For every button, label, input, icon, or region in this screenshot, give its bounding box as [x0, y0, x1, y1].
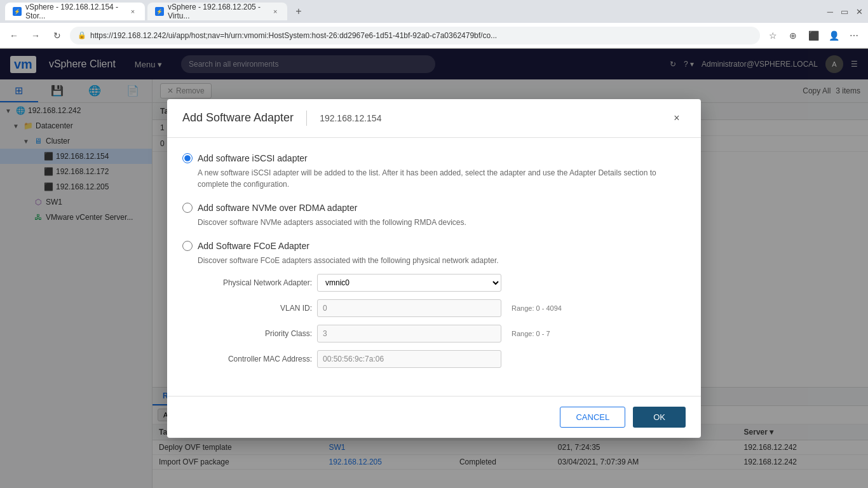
window-controls: ─ ▭ ✕ [827, 7, 863, 17]
mac-input[interactable] [317, 350, 501, 368]
modal-body: Add software iSCSI adapter A new softwar… [167, 138, 701, 396]
menu-button[interactable]: ⋯ [845, 27, 863, 44]
vlan-id-hint: Range: 0 - 4094 [512, 304, 562, 312]
back-button[interactable]: ← [5, 27, 23, 44]
radio-option-nvme: Add software NVMe over RDMA adapter Disc… [182, 203, 686, 228]
history-button[interactable]: ⊕ [784, 27, 802, 44]
modal-host: 192.168.12.154 [320, 113, 381, 123]
mac-row: Controller MAC Address: [198, 350, 686, 368]
vlan-id-row: VLAN ID: Range: 0 - 4094 [198, 299, 686, 317]
modal-divider [306, 111, 307, 126]
ok-button[interactable]: OK [633, 407, 686, 428]
tab-icon-2: ⚡ [155, 7, 164, 16]
tab-close-1[interactable]: × [128, 6, 137, 17]
radio-option-fcoe: Add Software FCoE Adapter Discover softw… [182, 241, 686, 368]
vlan-id-field[interactable] [317, 299, 501, 317]
profile-button[interactable]: 👤 [825, 27, 843, 44]
browser-controls: ← → ↻ 🔒 https://192.168.12.242/ui/app/ho… [0, 23, 868, 48]
mac-field[interactable] [317, 350, 501, 368]
browser-actions: ☆ ⊕ ⬛ 👤 ⋯ [764, 27, 863, 44]
modal-footer: CANCEL OK [167, 396, 701, 438]
extensions-button[interactable]: ⬛ [804, 27, 822, 44]
modal-title: Add Software Adapter [182, 111, 294, 125]
cancel-button[interactable]: CANCEL [560, 407, 625, 428]
add-software-adapter-modal: Add Software Adapter 192.168.12.154 × Ad… [167, 99, 701, 438]
tab-close-2[interactable]: × [271, 6, 280, 17]
radio-option-iscsi: Add software iSCSI adapter A new softwar… [182, 153, 686, 190]
browser-tabs: ⚡ vSphere - 192.168.12.154 - Stor... × ⚡… [0, 0, 868, 23]
priority-input[interactable] [317, 325, 501, 342]
lock-icon: 🔒 [78, 31, 86, 39]
vlan-id-input[interactable] [317, 299, 501, 317]
radio-title-nvme: Add software NVMe over RDMA adapter [198, 203, 357, 213]
radio-nvme[interactable] [182, 203, 193, 213]
priority-label: Priority Class: [198, 329, 312, 338]
radio-desc-iscsi: A new software iSCSI adapter will be add… [198, 167, 686, 190]
address-text: https://192.168.12.242/ui/app/host;nav=h… [90, 31, 752, 40]
forward-button[interactable]: → [27, 27, 44, 44]
priority-hint: Range: 0 - 7 [512, 330, 550, 337]
priority-row: Priority Class: Range: 0 - 7 [198, 325, 686, 342]
browser-tab-1[interactable]: ⚡ vSphere - 192.168.12.154 - Stor... × [5, 3, 145, 20]
radio-label-iscsi[interactable]: Add software iSCSI adapter [182, 153, 686, 163]
physical-adapter-select[interactable]: vmnic0 [317, 274, 501, 292]
physical-adapter-field[interactable]: vmnic0 [317, 274, 501, 292]
address-bar[interactable]: 🔒 https://192.168.12.242/ui/app/host;nav… [70, 27, 760, 44]
radio-iscsi[interactable] [182, 153, 193, 163]
radio-title-fcoe: Add Software FCoE Adapter [198, 241, 309, 251]
tab-label-1: vSphere - 192.168.12.154 - Stor... [25, 3, 125, 20]
bookmark-button[interactable]: ☆ [764, 27, 782, 44]
reload-button[interactable]: ↻ [48, 27, 66, 44]
browser-chrome: ⚡ vSphere - 192.168.12.154 - Stor... × ⚡… [0, 0, 868, 49]
tab-icon-1: ⚡ [13, 7, 22, 16]
radio-desc-fcoe: Discover software FCoE adapters associat… [198, 255, 686, 266]
maximize-button[interactable]: ▭ [841, 7, 848, 17]
tab-label-2: vSphere - 192.168.12.205 - Virtu... [168, 3, 267, 20]
mac-label: Controller MAC Address: [198, 355, 312, 363]
radio-label-nvme[interactable]: Add software NVMe over RDMA adapter [182, 203, 686, 213]
radio-desc-nvme: Discover software NVMe adapters associat… [198, 217, 686, 228]
new-tab-button[interactable]: + [290, 3, 308, 20]
radio-label-fcoe[interactable]: Add Software FCoE Adapter [182, 241, 686, 251]
radio-title-iscsi: Add software iSCSI adapter [198, 153, 308, 163]
modal-header: Add Software Adapter 192.168.12.154 × [167, 99, 701, 138]
priority-field[interactable] [317, 325, 501, 342]
fcoe-fields: Physical Network Adapter: vmnic0 VLAN ID… [198, 274, 686, 368]
physical-adapter-label: Physical Network Adapter: [198, 278, 312, 287]
close-window-button[interactable]: ✕ [856, 7, 863, 17]
modal-close-button[interactable]: × [668, 109, 686, 127]
browser-tab-2[interactable]: ⚡ vSphere - 192.168.12.205 - Virtu... × [147, 3, 287, 20]
physical-adapter-row: Physical Network Adapter: vmnic0 [198, 274, 686, 292]
radio-fcoe[interactable] [182, 241, 193, 251]
modal-overlay: Add Software Adapter 192.168.12.154 × Ad… [0, 48, 868, 488]
minimize-button[interactable]: ─ [827, 7, 833, 17]
vlan-id-label: VLAN ID: [198, 304, 312, 313]
